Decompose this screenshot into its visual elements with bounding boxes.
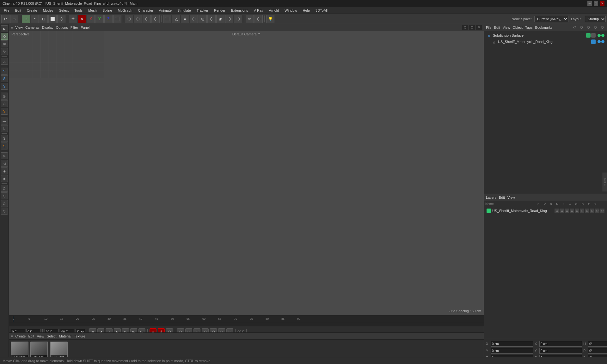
- layer-icon-7[interactable]: ⬡: [585, 209, 589, 213]
- tool-o4[interactable]: ◉: [1, 175, 8, 182]
- menu-create[interactable]: Create: [24, 8, 40, 13]
- x-axis-button[interactable]: X: [87, 15, 95, 23]
- mat-edit[interactable]: Edit: [28, 334, 34, 338]
- torus-button[interactable]: ◎: [199, 15, 207, 23]
- render-all-button[interactable]: ⬡: [151, 15, 160, 23]
- coord-x2-input[interactable]: [539, 341, 582, 347]
- mat-create[interactable]: Create: [15, 334, 26, 338]
- tool-l1[interactable]: —: [1, 118, 8, 124]
- menu-3dtoall[interactable]: 3DToAll: [313, 8, 330, 13]
- tool-hex3[interactable]: ⬡: [1, 200, 8, 207]
- layer-icon-10[interactable]: ⬡: [600, 209, 604, 213]
- layer-menu-view[interactable]: View: [507, 196, 515, 199]
- vp-close-btn[interactable]: ✕: [476, 25, 482, 30]
- tool-o2[interactable]: ◁: [1, 160, 8, 167]
- tool-scale[interactable]: ⊞: [1, 40, 8, 47]
- mat-select[interactable]: Select: [47, 334, 57, 338]
- edge-mode-button[interactable]: ⊡: [40, 15, 48, 23]
- obj-item-motorcycle[interactable]: △ US_Sheriff_Motorcycle_Road_King: [485, 39, 606, 45]
- tube-button[interactable]: ⬡: [225, 15, 233, 23]
- goto-start-button[interactable]: ⏮: [89, 328, 96, 332]
- menu-mograph[interactable]: MoGraph: [115, 8, 135, 13]
- obj-object[interactable]: Object: [512, 26, 523, 29]
- keyframe-btn-2[interactable]: ⬡: [185, 328, 192, 332]
- vp-menu-panel[interactable]: Panel: [81, 26, 89, 29]
- vp-menu-display[interactable]: Display: [42, 26, 53, 29]
- material-swatch-2[interactable]: US_Sher: [30, 342, 48, 359]
- goto-end-button[interactable]: ⏭: [138, 328, 145, 332]
- point-mode-button[interactable]: •: [31, 15, 39, 23]
- vp-menu-view[interactable]: View: [15, 26, 23, 29]
- cylinder-button[interactable]: ⬡: [190, 15, 198, 23]
- layer-icon-1[interactable]: ⬡: [555, 209, 559, 213]
- model-mode-button[interactable]: ⊕: [22, 15, 30, 23]
- auto-key-button[interactable]: A: [158, 328, 165, 332]
- timeline-playhead[interactable]: [13, 316, 13, 322]
- layer-icon-5[interactable]: ⬡: [575, 209, 579, 213]
- close-button[interactable]: ✕: [600, 1, 604, 6]
- cube-button[interactable]: ⬛: [163, 15, 171, 23]
- coord-x1-input[interactable]: [491, 341, 533, 347]
- layer-icon-8[interactable]: ⬡: [590, 209, 594, 213]
- keyframe-btn-4[interactable]: ⬡: [202, 328, 209, 332]
- tool-r2[interactable]: ⬡: [1, 100, 8, 107]
- menu-animate[interactable]: Animate: [156, 8, 174, 13]
- current-frame-input[interactable]: [11, 329, 25, 332]
- obj-file[interactable]: File: [486, 26, 492, 29]
- obj-view[interactable]: View: [503, 26, 510, 29]
- preview-end-input[interactable]: [60, 329, 74, 332]
- timeline-track[interactable]: [9, 322, 484, 326]
- coord-y2-input[interactable]: [539, 348, 582, 354]
- mat-toggle[interactable]: ≡: [11, 334, 13, 338]
- knife-button[interactable]: ⬡: [254, 15, 263, 23]
- render-region-button[interactable]: ⬡: [125, 15, 133, 23]
- tool-move[interactable]: ✜: [1, 33, 8, 40]
- layer-menu-layers[interactable]: Layers: [486, 196, 496, 199]
- menu-arnold[interactable]: Arnold: [267, 8, 282, 13]
- sculpt-mode-button[interactable]: ⬡: [57, 15, 65, 23]
- prev-frame-button[interactable]: ◀: [97, 328, 104, 332]
- landscape-button[interactable]: ⬡: [234, 15, 242, 23]
- menu-simulate[interactable]: Simulate: [175, 8, 193, 13]
- motion-clip-button[interactable]: ⬡: [166, 328, 173, 332]
- new-object-button[interactable]: ✚: [69, 15, 77, 23]
- capsule-button[interactable]: ⬡: [207, 15, 216, 23]
- fps-select[interactable]: F: [76, 329, 85, 332]
- menu-render[interactable]: Render: [212, 8, 228, 13]
- keyframe-btn-1[interactable]: ⬡: [177, 328, 184, 332]
- disc-button[interactable]: ◉: [216, 15, 224, 23]
- sphere-button[interactable]: ●: [181, 15, 189, 23]
- menu-character[interactable]: Character: [135, 8, 156, 13]
- material-swatch-3[interactable]: US_Sher: [50, 342, 68, 359]
- record-button[interactable]: ●: [150, 328, 156, 332]
- tool-hex1[interactable]: ⬡: [1, 185, 8, 192]
- layer-item-motorcycle[interactable]: US_Sheriff_Motorcycle_Road_King ⬡ ⬡ ⬡ ⬡ …: [485, 208, 606, 214]
- obj-icon-2[interactable]: ⬡: [579, 25, 584, 30]
- next-frame-button[interactable]: ▶: [130, 328, 137, 332]
- layout-select[interactable]: Startup: [585, 16, 606, 22]
- menu-edit[interactable]: Edit: [13, 8, 24, 13]
- layer-menu-edit[interactable]: Edit: [499, 196, 505, 199]
- maximize-button[interactable]: □: [594, 1, 598, 6]
- menu-tracker[interactable]: Tracker: [194, 8, 211, 13]
- material-swatch-1[interactable]: US_Sher: [11, 342, 28, 359]
- undo-button[interactable]: ↩: [1, 15, 9, 23]
- obj-tags[interactable]: Tags: [525, 26, 532, 29]
- tool-sculpt[interactable]: △: [1, 58, 8, 65]
- mat-texture[interactable]: Texture: [74, 334, 85, 338]
- world-axis-button[interactable]: ⬛: [113, 15, 121, 23]
- menu-spline[interactable]: Spline: [100, 8, 115, 13]
- obj-icon-3[interactable]: ⬡: [586, 25, 591, 30]
- menu-window[interactable]: Window: [282, 8, 299, 13]
- fcurve-btn[interactable]: ⬡: [226, 328, 233, 332]
- obj-edit[interactable]: Edit: [494, 26, 500, 29]
- layer-icon-3[interactable]: ⬡: [565, 209, 569, 213]
- viewport-canvas[interactable]: X Y Z: [9, 31, 484, 315]
- tool-select[interactable]: ▶: [1, 25, 8, 32]
- mat-material[interactable]: Material: [59, 334, 71, 338]
- layer-icon-9[interactable]: ⬡: [595, 209, 599, 213]
- menu-extensions[interactable]: Extensions: [229, 8, 251, 13]
- tool-l2[interactable]: L: [1, 125, 8, 132]
- prev-key-button[interactable]: ◁: [106, 328, 113, 332]
- menu-mesh[interactable]: Mesh: [86, 8, 99, 13]
